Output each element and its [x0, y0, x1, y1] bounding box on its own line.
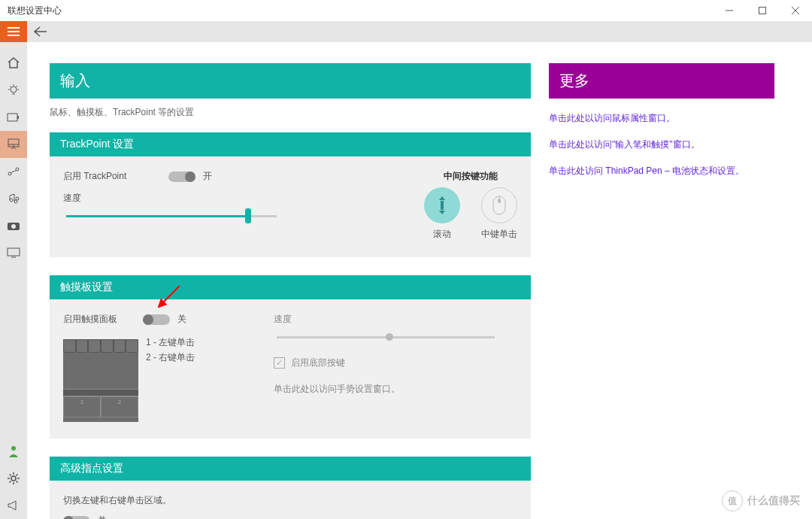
trackpoint-speed-label: 速度 — [63, 192, 161, 205]
enable-trackpoint-toggle[interactable] — [168, 171, 195, 182]
audio-icon — [7, 193, 20, 205]
bulb-icon — [7, 83, 20, 97]
svg-point-28 — [11, 476, 16, 481]
sidebar-item-announce[interactable] — [0, 492, 27, 519]
network-icon — [7, 166, 20, 177]
middle-scroll-option[interactable]: 滚动 — [424, 187, 460, 241]
swap-buttons-state: 关 — [98, 514, 107, 519]
window-minimize-button[interactable] — [713, 0, 746, 21]
enable-bottom-buttons-checkbox[interactable]: ✓ 启用底部按键 — [274, 357, 517, 369]
enable-touchpad-toggle[interactable] — [143, 314, 170, 325]
svg-point-19 — [8, 172, 11, 175]
sidebar-item-display[interactable] — [0, 239, 27, 266]
sidebar-item-audio[interactable] — [0, 185, 27, 212]
svg-rect-25 — [8, 248, 20, 256]
window-maximize-button[interactable] — [746, 0, 779, 21]
sidebar-item-tips[interactable] — [0, 77, 27, 104]
svg-rect-29 — [441, 201, 444, 210]
svg-rect-15 — [17, 116, 19, 119]
middle-click-option[interactable]: 中键单击 — [481, 187, 517, 241]
touchpad-panel-title: 触摸板设置 — [50, 275, 531, 299]
window-title: 联想设置中心 — [8, 5, 62, 17]
window-titlebar: 联想设置中心 — [0, 0, 812, 21]
enable-trackpoint-state: 开 — [203, 170, 212, 183]
legend-right-click: 2 - 右键单击 — [146, 350, 195, 365]
pen-touch-link[interactable]: 单击此处以访问"输入笔和触摸"窗口。 — [549, 138, 774, 151]
svg-point-20 — [16, 168, 19, 171]
trackpoint-panel-title: TrackPoint 设置 — [50, 132, 531, 156]
swap-buttons-label: 切换左键和右键单击区域。 — [63, 494, 517, 507]
advanced-panel-title: 高级指点设置 — [50, 457, 531, 481]
sidebar-item-network[interactable] — [0, 158, 27, 185]
page-title: 输入 — [50, 63, 531, 99]
trackpoint-speed-slider[interactable] — [66, 215, 277, 217]
thinkpad-pen-link[interactable]: 单击此处访问 ThinkPad Pen – 电池状态和设置。 — [549, 165, 774, 178]
sidebar-item-input[interactable] — [0, 131, 27, 158]
user-icon — [8, 445, 19, 457]
enable-trackpoint-label: 启用 TrackPoint — [63, 170, 161, 183]
svg-rect-14 — [8, 114, 17, 121]
svg-point-24 — [11, 224, 16, 229]
svg-line-11 — [10, 86, 11, 87]
sidebar-item-camera[interactable] — [0, 212, 27, 239]
svg-point-27 — [11, 446, 16, 451]
hamburger-menu-button[interactable] — [0, 21, 27, 42]
mouse-properties-link[interactable]: 单击此处以访问鼠标属性窗口。 — [549, 112, 774, 125]
touchpad-icon — [7, 138, 20, 151]
legend-left-click: 1 - 左键单击 — [146, 335, 195, 350]
topbar — [0, 21, 812, 42]
swap-buttons-toggle[interactable] — [63, 516, 90, 520]
aside-title: 更多 — [549, 63, 774, 99]
gear-icon — [7, 472, 20, 485]
mouse-icon — [492, 196, 506, 215]
scroll-icon — [435, 195, 450, 216]
middle-button-label: 中间按键功能 — [424, 170, 517, 183]
battery-icon — [7, 113, 20, 122]
svg-rect-32 — [498, 199, 501, 203]
window-close-button[interactable] — [779, 0, 812, 21]
svg-point-7 — [11, 86, 17, 93]
enable-touchpad-label: 启用触摸面板 — [63, 313, 135, 326]
trackpoint-panel: TrackPoint 设置 启用 TrackPoint 开 速度 — [50, 132, 531, 257]
svg-rect-1 — [759, 8, 766, 14]
sidebar-item-user[interactable] — [0, 438, 27, 465]
display-icon — [7, 247, 20, 258]
sidebar — [0, 42, 27, 519]
svg-line-21 — [11, 171, 17, 173]
touchpad-diagram: 12 — [63, 339, 138, 422]
sidebar-item-power[interactable] — [0, 104, 27, 131]
touchpad-speed-label: 速度 — [274, 313, 517, 326]
back-button[interactable] — [27, 21, 54, 42]
svg-line-12 — [17, 86, 18, 87]
page-subtitle: 鼠标、触摸板、TrackPoint 等的设置 — [50, 99, 531, 132]
sidebar-item-home[interactable] — [0, 50, 27, 77]
sidebar-item-settings[interactable] — [0, 465, 27, 492]
enable-touchpad-state: 关 — [177, 313, 186, 326]
home-icon — [7, 56, 20, 70]
gesture-settings-link[interactable]: 单击此处以访问手势设置窗口。 — [274, 383, 517, 396]
camera-icon — [7, 220, 20, 231]
watermark: 值 什么值得买 — [722, 490, 800, 511]
advanced-panel: 高级指点设置 切换左键和右键单击区域。 关 需要为出厂默认设置 — [50, 457, 531, 519]
touchpad-speed-slider — [277, 336, 495, 338]
svg-point-22 — [16, 197, 19, 200]
touchpad-panel: 触摸板设置 启用触摸面板 关 — [50, 275, 531, 439]
megaphone-icon — [7, 499, 20, 511]
